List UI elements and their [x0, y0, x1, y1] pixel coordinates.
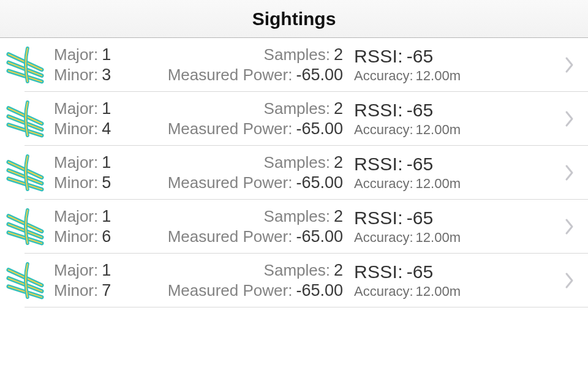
minor-value: 5	[102, 173, 111, 192]
minor-label: Minor:	[54, 119, 98, 138]
beacon-icon	[6, 100, 54, 138]
accuracy-label: Accuracy:	[354, 176, 413, 192]
accuracy-label: Accuracy:	[354, 122, 413, 138]
minor-label: Minor:	[54, 281, 98, 300]
samples-label: Samples:	[264, 99, 330, 118]
samples-label: Samples:	[264, 45, 330, 64]
minor-label: Minor:	[54, 66, 98, 85]
beacon-icon	[6, 154, 54, 192]
rssi-label: RSSI:	[354, 208, 403, 228]
samples-value: 2	[334, 153, 343, 172]
accuracy-label: Accuracy:	[354, 284, 413, 300]
measured-power-value: -65.00	[296, 173, 343, 192]
beacon-icon	[6, 208, 54, 246]
rssi-value: -65	[407, 154, 433, 175]
major-label: Major:	[54, 45, 98, 64]
rssi-value: -65	[407, 208, 433, 228]
rssi-label: RSSI:	[354, 262, 403, 282]
measured-power-value: -65.00	[296, 227, 343, 246]
divider	[24, 307, 588, 307]
chevron-right-icon	[562, 56, 577, 74]
chevron-right-icon	[562, 272, 577, 289]
minor-label: Minor:	[54, 173, 98, 192]
minor-label: Minor:	[54, 227, 98, 246]
measured-power-label: Measured Power:	[168, 66, 293, 85]
samples-label: Samples:	[264, 153, 330, 172]
measured-power-value: -65.00	[296, 66, 343, 85]
beacon-icon	[6, 46, 54, 84]
major-label: Major:	[54, 261, 98, 280]
rssi-value: -65	[407, 46, 433, 67]
accuracy-value: 12.00m	[416, 68, 461, 84]
beacon-icon	[6, 262, 54, 300]
major-value: 1	[102, 153, 111, 172]
accuracy-value: 12.00m	[416, 230, 461, 246]
list-item[interactable]: Major:1 Minor:5 Samples:2 Measured Power…	[0, 146, 588, 200]
major-label: Major:	[54, 99, 98, 118]
list-item[interactable]: Major:1 Minor:3 Samples:2 Measured Power…	[0, 38, 588, 92]
samples-value: 2	[334, 99, 343, 118]
rssi-value: -65	[407, 100, 433, 121]
navbar: Sightings	[0, 0, 588, 38]
accuracy-value: 12.00m	[416, 122, 461, 138]
chevron-right-icon	[562, 218, 577, 235]
samples-value: 2	[334, 45, 343, 64]
rssi-value: -65	[407, 262, 433, 282]
list-item[interactable]: Major:1 Minor:4 Samples:2 Measured Power…	[0, 92, 588, 146]
sightings-list: Major:1 Minor:3 Samples:2 Measured Power…	[0, 38, 588, 307]
minor-value: 4	[102, 119, 111, 138]
major-label: Major:	[54, 153, 98, 172]
minor-value: 6	[102, 227, 111, 246]
measured-power-label: Measured Power:	[168, 227, 293, 246]
rssi-label: RSSI:	[354, 100, 403, 121]
list-item[interactable]: Major:1 Minor:6 Samples:2 Measured Power…	[0, 200, 588, 254]
page-title: Sightings	[252, 9, 336, 29]
samples-label: Samples:	[264, 261, 330, 280]
minor-value: 7	[102, 281, 111, 300]
accuracy-label: Accuracy:	[354, 68, 413, 84]
minor-value: 3	[102, 66, 111, 85]
measured-power-label: Measured Power:	[168, 281, 293, 300]
major-label: Major:	[54, 207, 98, 226]
major-value: 1	[102, 45, 111, 64]
measured-power-label: Measured Power:	[168, 119, 293, 138]
samples-label: Samples:	[264, 207, 330, 226]
chevron-right-icon	[562, 164, 577, 181]
major-value: 1	[102, 99, 111, 118]
list-item[interactable]: Major:1 Minor:7 Samples:2 Measured Power…	[0, 254, 588, 307]
rssi-label: RSSI:	[354, 154, 403, 175]
rssi-label: RSSI:	[354, 46, 403, 67]
measured-power-value: -65.00	[296, 281, 343, 300]
major-value: 1	[102, 207, 111, 226]
chevron-right-icon	[562, 110, 577, 127]
samples-value: 2	[334, 261, 343, 280]
accuracy-value: 12.00m	[416, 176, 461, 192]
major-value: 1	[102, 261, 111, 280]
measured-power-label: Measured Power:	[168, 173, 293, 192]
measured-power-value: -65.00	[296, 119, 343, 138]
accuracy-label: Accuracy:	[354, 230, 413, 246]
accuracy-value: 12.00m	[416, 284, 461, 300]
samples-value: 2	[334, 207, 343, 226]
